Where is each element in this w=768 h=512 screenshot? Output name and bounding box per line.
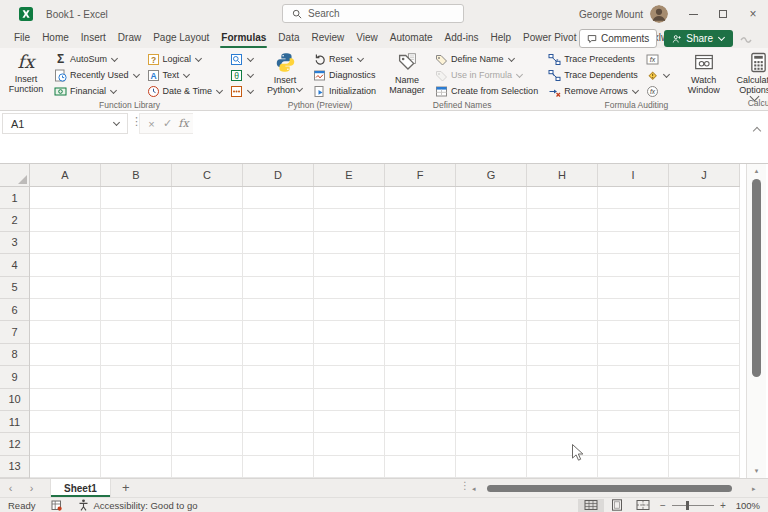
column-header[interactable]: I (598, 164, 669, 186)
column-header[interactable]: B (101, 164, 172, 186)
trace-dependents-button[interactable]: Trace Dependents (546, 67, 641, 83)
initialization-button[interactable]: Initialization (311, 83, 378, 99)
name-manager-button[interactable]: Name Manager (384, 50, 430, 95)
define-name-button[interactable]: Define Name (433, 51, 540, 67)
trace-precedents-button[interactable]: Trace Precedents (546, 51, 641, 67)
insert-function-button[interactable]: fx Insert Function (3, 50, 49, 94)
cells-area[interactable] (30, 187, 740, 478)
ribbon-options-icon[interactable] (740, 35, 762, 43)
select-all-button[interactable] (0, 164, 30, 187)
ribbon-tab-file[interactable]: File (8, 28, 36, 48)
ribbon-tab-data[interactable]: Data (272, 28, 305, 48)
autosum-button[interactable]: Σ AutoSum (52, 51, 142, 67)
column-header[interactable]: F (385, 164, 456, 186)
vertical-scrollbar[interactable]: ▴ ▾ (746, 164, 766, 478)
ribbon-tab-page-layout[interactable]: Page Layout (147, 28, 215, 48)
formula-input[interactable] (193, 113, 742, 134)
collapse-formula-bar-button[interactable] (754, 120, 760, 138)
column-header[interactable]: C (172, 164, 243, 186)
zoom-in-button[interactable]: + (716, 500, 730, 511)
comments-button[interactable]: Comments (579, 29, 657, 48)
ribbon-tab-home[interactable]: Home (36, 28, 75, 48)
row-header[interactable]: 3 (0, 232, 29, 254)
date-time-button[interactable]: Date & Time (145, 83, 226, 99)
row-header[interactable]: 4 (0, 254, 29, 276)
more-functions-button[interactable] (228, 83, 256, 99)
row-header[interactable]: 9 (0, 366, 29, 388)
math-trig-button[interactable]: θ (228, 67, 256, 83)
restore-button[interactable] (708, 0, 738, 28)
row-header[interactable]: 7 (0, 321, 29, 343)
diagnostics-button[interactable]: Diagnostics (311, 67, 378, 83)
normal-view-button[interactable] (578, 499, 604, 512)
zoom-slider[interactable] (672, 505, 714, 506)
minimize-button[interactable] (678, 0, 708, 28)
row-header[interactable]: 8 (0, 344, 29, 366)
new-sheet-button[interactable]: + (111, 479, 141, 497)
scroll-left-icon[interactable]: ◂ (472, 481, 476, 496)
insert-python-button[interactable]: Insert Python (262, 50, 308, 95)
column-header[interactable]: D (243, 164, 314, 186)
row-header[interactable]: 10 (0, 389, 29, 411)
show-formulas-button[interactable]: fx (644, 51, 672, 67)
ribbon-tab-power-pivot[interactable]: Power Pivot (517, 28, 582, 48)
row-header[interactable]: 11 (0, 411, 29, 433)
insert-function-fx-button[interactable]: fx (176, 117, 191, 130)
ribbon-tab-review[interactable]: Review (305, 28, 350, 48)
ribbon-tab-draw[interactable]: Draw (112, 28, 147, 48)
ribbon-tab-help[interactable]: Help (485, 28, 518, 48)
column-header[interactable]: J (669, 164, 740, 186)
remove-arrows-button[interactable]: Remove Arrows (546, 83, 641, 99)
column-header[interactable]: G (456, 164, 527, 186)
zoom-slider-thumb[interactable] (686, 501, 689, 510)
user-avatar[interactable] (650, 5, 668, 23)
row-header[interactable]: 13 (0, 456, 29, 478)
text-button[interactable]: A Text (145, 67, 226, 83)
horizontal-scrollbar-thumb[interactable] (487, 485, 732, 492)
share-button[interactable]: Share (664, 30, 733, 47)
row-header[interactable]: 6 (0, 299, 29, 321)
row-header[interactable]: 1 (0, 187, 29, 209)
vertical-scrollbar-thumb[interactable] (752, 179, 761, 377)
row-header[interactable]: 2 (0, 209, 29, 231)
accessibility-icon[interactable] (78, 499, 89, 511)
column-header[interactable]: H (527, 164, 598, 186)
page-break-preview-button[interactable] (630, 499, 656, 512)
watch-window-button[interactable]: Watch Window (681, 50, 727, 95)
cancel-button[interactable]: × (144, 118, 159, 130)
scroll-down-icon[interactable]: ▾ (747, 466, 766, 476)
sheet-tab-sheet1[interactable]: Sheet1 (50, 479, 111, 497)
lookup-reference-button[interactable] (228, 51, 256, 67)
logical-button[interactable]: ? Logical (145, 51, 226, 67)
ribbon-tab-add-ins[interactable]: Add-ins (439, 28, 485, 48)
name-box[interactable]: A1 (2, 113, 128, 134)
error-checking-button[interactable] (644, 67, 672, 83)
row-header[interactable]: 5 (0, 277, 29, 299)
macro-recording-icon[interactable] (51, 500, 62, 511)
recently-used-button[interactable]: Recently Used (52, 67, 142, 83)
reset-button[interactable]: Reset (311, 51, 378, 67)
ribbon-tab-formulas[interactable]: Formulas (215, 28, 272, 48)
enter-button[interactable]: ✓ (160, 117, 175, 130)
account-name[interactable]: George Mount (579, 9, 643, 20)
scroll-right-icon[interactable]: ▸ (752, 481, 756, 496)
previous-sheet-button[interactable]: ‹ (0, 479, 21, 497)
financial-button[interactable]: Financial (52, 83, 142, 99)
evaluate-formula-button[interactable]: fx (644, 83, 672, 99)
ribbon-tab-view[interactable]: View (350, 28, 384, 48)
column-header[interactable]: E (314, 164, 385, 186)
ribbon-tab-insert[interactable]: Insert (75, 28, 112, 48)
search-box[interactable]: Search (282, 4, 464, 23)
page-layout-view-button[interactable] (604, 499, 630, 512)
column-header[interactable]: A (30, 164, 101, 186)
zoom-out-button[interactable]: − (656, 500, 670, 511)
row-header[interactable]: 12 (0, 433, 29, 455)
accessibility-status-label[interactable]: Accessibility: Good to go (93, 500, 197, 511)
create-from-selection-button[interactable]: Create from Selection (433, 83, 540, 99)
close-button[interactable]: × (738, 0, 768, 28)
tab-area-resize-handle[interactable]: ⋮ (460, 480, 470, 491)
scroll-up-icon[interactable]: ▴ (747, 166, 766, 176)
ribbon-tab-automate[interactable]: Automate (384, 28, 439, 48)
zoom-level-label[interactable]: 100% (730, 500, 760, 511)
next-sheet-button[interactable]: › (21, 479, 42, 497)
